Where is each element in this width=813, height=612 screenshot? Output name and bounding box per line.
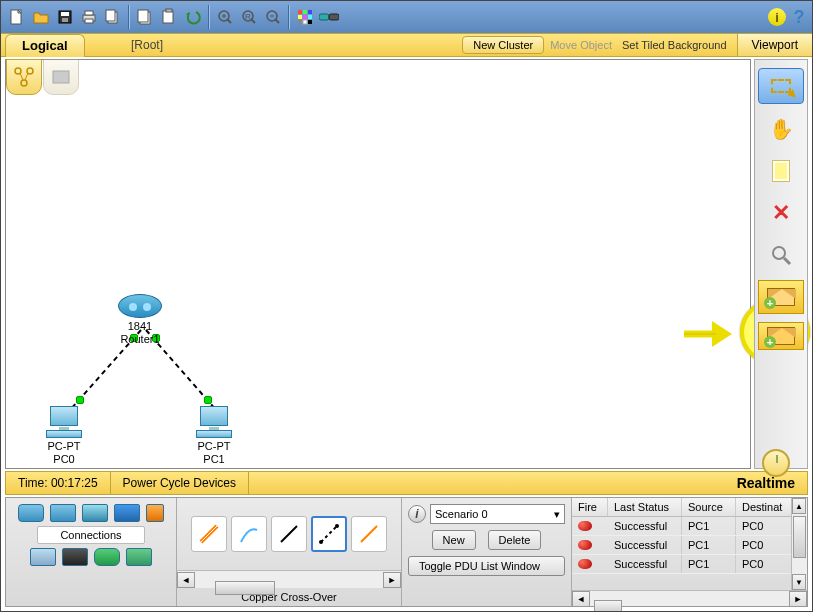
svg-line-51 xyxy=(361,526,377,542)
device-type-connections-icon[interactable] xyxy=(146,504,164,522)
cable-auto-button[interactable] xyxy=(191,516,227,552)
cable-copper-straight-button[interactable] xyxy=(271,516,307,552)
device-type-wan-icon[interactable] xyxy=(62,548,88,566)
pdu-status: Successful xyxy=(608,555,682,573)
device-type-switch-icon[interactable] xyxy=(50,504,76,522)
add-complex-pdu-button[interactable]: + xyxy=(758,322,804,350)
zoom-reset-icon[interactable]: R xyxy=(238,6,260,28)
svg-rect-28 xyxy=(308,15,312,19)
svg-rect-23 xyxy=(298,10,302,14)
move-tool-button[interactable]: ✋ xyxy=(758,112,804,146)
pdu-row[interactable]: Successful PC1 PC0 xyxy=(572,555,807,574)
right-toolbar: ✋ ✕ + + xyxy=(754,59,808,469)
save-icon[interactable] xyxy=(54,6,76,28)
svg-rect-5 xyxy=(85,11,93,15)
cable-scrollbar[interactable]: ◄ ► xyxy=(177,570,401,588)
workspace-canvas[interactable]: 1841Router1 PC-PTPC0 PC-PTPC1 xyxy=(5,59,751,469)
svg-point-36 xyxy=(21,80,27,86)
scroll-left-icon[interactable]: ◄ xyxy=(572,591,590,607)
scrollbar-thumb[interactable] xyxy=(594,600,622,613)
custom-devices-icon[interactable] xyxy=(318,6,340,28)
cable-fiber-button[interactable] xyxy=(351,516,387,552)
viewport-button[interactable]: Viewport xyxy=(737,34,812,56)
info-icon[interactable]: i xyxy=(768,8,786,26)
device-type-router-icon[interactable] xyxy=(18,504,44,522)
pdu-source: PC1 xyxy=(682,536,736,554)
fire-dot-icon xyxy=(578,559,592,569)
pdu-vertical-scrollbar[interactable]: ▲ ▼ xyxy=(791,498,807,590)
scrollbar-thumb[interactable] xyxy=(793,516,806,558)
device-router[interactable]: 1841Router1 xyxy=(118,294,162,346)
power-cycle-button[interactable]: Power Cycle Devices xyxy=(111,472,249,494)
device-type-multiuser-icon[interactable] xyxy=(126,548,152,566)
scenario-delete-button[interactable]: Delete xyxy=(488,530,542,550)
copy-icon[interactable] xyxy=(134,6,156,28)
undo-icon[interactable] xyxy=(182,6,204,28)
magnify-icon xyxy=(770,244,792,266)
envelope-closed-icon: + xyxy=(767,288,795,306)
scrollbar-thumb[interactable] xyxy=(215,581,275,595)
pdu-status: Successful xyxy=(608,536,682,554)
scenario-info-icon[interactable]: i xyxy=(408,505,426,523)
device-type-end-icon[interactable] xyxy=(30,548,56,566)
cable-console-button[interactable] xyxy=(231,516,267,552)
add-simple-pdu-button[interactable]: + xyxy=(758,280,804,314)
pdu-horizontal-scrollbar[interactable]: ◄ ► xyxy=(572,590,807,606)
toggle-pdu-list-button[interactable]: Toggle PDU List Window xyxy=(408,556,565,576)
device-pc1[interactable]: PC-PTPC1 xyxy=(194,406,234,466)
print-icon[interactable] xyxy=(78,6,100,28)
help-icon[interactable]: ? xyxy=(790,8,808,26)
realtime-mode-icon[interactable] xyxy=(762,449,810,479)
toolbar-separator xyxy=(128,5,130,29)
palette-icon[interactable] xyxy=(294,6,316,28)
pdu-row[interactable]: Successful PC1 PC0 xyxy=(572,536,807,555)
svg-rect-2 xyxy=(61,12,69,16)
zoom-out-icon[interactable] xyxy=(262,6,284,28)
pdu-header-status[interactable]: Last Status xyxy=(608,498,682,516)
svg-rect-26 xyxy=(298,15,302,19)
logical-tab[interactable]: Logical xyxy=(5,34,85,57)
svg-rect-12 xyxy=(166,9,172,12)
scroll-up-icon[interactable]: ▲ xyxy=(792,498,806,514)
new-cluster-button[interactable]: New Cluster xyxy=(462,36,544,54)
time-display: Time: 00:17:25 xyxy=(6,472,111,494)
pdu-header-source[interactable]: Source xyxy=(682,498,736,516)
move-object-button[interactable]: Move Object xyxy=(550,39,612,51)
cluster-nav-icon[interactable] xyxy=(6,59,42,95)
scroll-right-icon[interactable]: ► xyxy=(789,591,807,607)
device-type-hub-icon[interactable] xyxy=(82,504,108,522)
scenario-new-button[interactable]: New xyxy=(432,530,476,550)
copy-sheet-icon[interactable] xyxy=(102,6,124,28)
chevron-down-icon: ▾ xyxy=(554,508,560,521)
pdu-header-fire[interactable]: Fire xyxy=(572,498,608,516)
pc0-label: PC-PTPC0 xyxy=(48,440,81,466)
svg-text:R: R xyxy=(245,12,251,21)
open-file-icon[interactable] xyxy=(30,6,52,28)
select-tool-button[interactable] xyxy=(758,68,804,104)
device-pc0[interactable]: PC-PTPC0 xyxy=(44,406,84,466)
highlight-arrow-icon xyxy=(682,319,732,349)
inspect-tool-button[interactable] xyxy=(758,238,804,272)
workspace-content[interactable]: 1841Router1 PC-PTPC0 PC-PTPC1 xyxy=(6,60,751,469)
set-tiled-background-button[interactable]: Set Tiled Background xyxy=(622,39,727,51)
root-breadcrumb[interactable]: [Root] xyxy=(131,38,163,52)
scroll-down-icon[interactable]: ▼ xyxy=(792,574,806,590)
delete-tool-button[interactable]: ✕ xyxy=(758,196,804,230)
pdu-row[interactable]: Successful PC1 PC0 xyxy=(572,517,807,536)
place-note-button[interactable] xyxy=(758,154,804,188)
pc-icon xyxy=(194,406,234,438)
nav-corner xyxy=(6,59,80,107)
connections-label: Connections xyxy=(37,526,144,544)
cable-copper-cross-button[interactable] xyxy=(311,516,347,552)
new-file-icon[interactable] xyxy=(6,6,28,28)
scroll-left-icon[interactable]: ◄ xyxy=(177,572,195,588)
paste-icon[interactable] xyxy=(158,6,180,28)
svg-line-37 xyxy=(20,73,23,80)
device-type-wireless-icon[interactable] xyxy=(114,504,140,522)
scroll-right-icon[interactable]: ► xyxy=(383,572,401,588)
zoom-in-icon[interactable] xyxy=(214,6,236,28)
device-type-custom-icon[interactable] xyxy=(94,548,120,566)
svg-rect-8 xyxy=(106,10,115,21)
fire-dot-icon xyxy=(578,521,592,531)
scenario-dropdown[interactable]: Scenario 0 ▾ xyxy=(430,504,565,524)
